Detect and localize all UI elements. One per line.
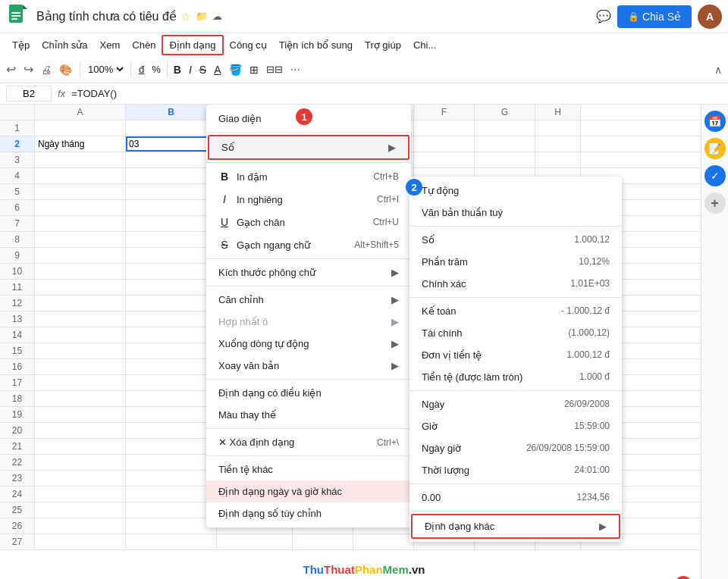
- folder-icon[interactable]: 📁: [196, 11, 208, 22]
- cell[interactable]: [35, 391, 126, 406]
- format-item-dieu-kien[interactable]: Định dạng có điều kiện: [206, 382, 411, 404]
- menu-item-tep[interactable]: Tệp: [6, 36, 36, 54]
- border-button[interactable]: ⊞: [246, 62, 262, 77]
- cell[interactable]: [126, 311, 217, 327]
- cell[interactable]: [535, 136, 581, 152]
- num-item-decimal[interactable]: 0.001234,56: [410, 487, 622, 509]
- cell[interactable]: [35, 168, 126, 183]
- col-header-B[interactable]: B: [126, 105, 217, 120]
- cell[interactable]: [126, 216, 217, 231]
- cell[interactable]: [35, 216, 126, 231]
- num-item-tu-dong[interactable]: Tự động: [410, 180, 622, 202]
- num-item-tien-te-lam-tron[interactable]: Tiền tệ (được làm tròn)1.000 đ: [410, 366, 622, 388]
- cell[interactable]: 03: [126, 136, 217, 152]
- format-item-tien-te-khac[interactable]: Tiền tệ khác: [206, 459, 411, 480]
- sidebar-calendar-icon[interactable]: 📅: [704, 111, 726, 132]
- cell[interactable]: [475, 136, 535, 152]
- num-item-dinh-dang-khac[interactable]: Định dạng khác▶: [411, 514, 620, 539]
- cell[interactable]: [535, 152, 581, 167]
- fill-color-button[interactable]: 🪣: [226, 62, 245, 77]
- format-item-so[interactable]: Số ▶: [208, 135, 410, 160]
- cell[interactable]: [35, 471, 126, 486]
- avatar[interactable]: A: [698, 5, 722, 29]
- undo-button[interactable]: ↩: [3, 61, 19, 78]
- cell[interactable]: [126, 168, 217, 183]
- cell[interactable]: [126, 296, 217, 311]
- cloud-icon[interactable]: ☁: [212, 11, 222, 22]
- cell[interactable]: [126, 184, 217, 199]
- format-item-so-tuy-chinh[interactable]: Định dạng số tùy chỉnh: [206, 502, 411, 524]
- num-item-ke-toan[interactable]: Kế toán- 1.000,12 đ: [410, 300, 622, 322]
- cell[interactable]: [126, 248, 217, 263]
- chat-button[interactable]: 💬: [596, 9, 611, 23]
- star-icon[interactable]: ☆: [181, 11, 191, 23]
- menu-item-chi[interactable]: Chi...: [407, 36, 442, 54]
- redo-button[interactable]: ↪: [20, 61, 36, 78]
- format-item-in-dam[interactable]: B In đậm Ctrl+B: [206, 165, 411, 188]
- num-item-phan-tram[interactable]: Phần trăm10,12%: [410, 251, 622, 273]
- num-item-thoi-luong[interactable]: Thời lượng24:01:00: [410, 459, 622, 481]
- menu-item-chen[interactable]: Chèn: [126, 36, 162, 54]
- col-header-A[interactable]: A: [35, 105, 126, 120]
- cell[interactable]: [353, 534, 414, 549]
- cell[interactable]: [126, 375, 217, 390]
- cell[interactable]: [35, 455, 126, 470]
- num-item-chinh-xac[interactable]: Chính xác1,01E+03: [410, 273, 622, 295]
- cell[interactable]: [126, 327, 217, 343]
- currency-button[interactable]: đ: [136, 62, 147, 77]
- cell[interactable]: [535, 120, 581, 136]
- sidebar-add-icon[interactable]: +: [704, 192, 726, 214]
- cell[interactable]: [35, 487, 126, 502]
- cell[interactable]: [35, 343, 126, 358]
- cell[interactable]: [35, 232, 126, 247]
- format-item-kich-thuoc[interactable]: Kích thước phông chữ ▶: [206, 261, 411, 283]
- cell[interactable]: [35, 359, 126, 374]
- format-item-gach-ngang[interactable]: S Gạch ngang chữ Alt+Shift+5: [206, 233, 411, 256]
- cell[interactable]: [126, 120, 217, 136]
- num-item-van-ban[interactable]: Văn bản thuần tuý: [410, 202, 622, 224]
- menu-item-xem[interactable]: Xem: [94, 36, 127, 54]
- num-item-so[interactable]: Số1.000,12: [410, 229, 622, 251]
- cell[interactable]: [35, 296, 126, 311]
- cell-reference[interactable]: B2: [6, 86, 52, 102]
- cell[interactable]: [35, 439, 126, 454]
- cell[interactable]: [35, 423, 126, 438]
- merge-button[interactable]: ⊟⊟: [263, 62, 286, 77]
- zoom-select[interactable]: 100%: [85, 63, 126, 76]
- cell[interactable]: [35, 120, 126, 136]
- cell[interactable]: [126, 455, 217, 470]
- col-header-H[interactable]: H: [535, 105, 581, 120]
- strikethrough-button[interactable]: S: [196, 62, 209, 77]
- cell[interactable]: [126, 423, 217, 438]
- cell[interactable]: [475, 120, 535, 136]
- cell[interactable]: [35, 280, 126, 295]
- cell[interactable]: [126, 200, 217, 215]
- cell[interactable]: [126, 487, 217, 502]
- cell[interactable]: [414, 120, 475, 136]
- cell[interactable]: [35, 184, 126, 199]
- format-item-xuong-dong[interactable]: Xuống dòng tự động ▶: [206, 333, 411, 355]
- cell[interactable]: Ngày tháng: [35, 136, 126, 152]
- num-item-ngay[interactable]: Ngày26/09/2008: [410, 393, 622, 415]
- cell[interactable]: [126, 232, 217, 247]
- format-item-mau-thay-the[interactable]: Màu thay thế: [206, 404, 411, 426]
- menu-item-tro-giup[interactable]: Trợ giúp: [359, 36, 407, 54]
- format-item-xoa[interactable]: ✕ Xóa định dạng Ctrl+\: [206, 431, 411, 453]
- percent-button[interactable]: %: [149, 62, 164, 77]
- format-item-can-chinh[interactable]: Căn chỉnh ▶: [206, 289, 411, 311]
- cell[interactable]: [126, 534, 217, 549]
- menu-item-cong-cu[interactable]: Công cụ: [224, 36, 273, 54]
- menu-item-dinh-dang[interactable]: Định dạng: [162, 35, 223, 55]
- bold-button[interactable]: B: [171, 62, 184, 77]
- cell[interactable]: [475, 152, 535, 167]
- italic-button[interactable]: I: [186, 62, 195, 77]
- cell[interactable]: [35, 534, 126, 549]
- menu-item-tien-ich[interactable]: Tiện ích bổ sung: [273, 36, 359, 54]
- menu-item-chinh-sua[interactable]: Chỉnh sửa: [36, 36, 93, 54]
- cell[interactable]: [293, 534, 353, 549]
- cell[interactable]: [35, 264, 126, 279]
- cell[interactable]: [126, 359, 217, 374]
- underline-a-button[interactable]: A: [211, 62, 224, 77]
- print-button[interactable]: 🖨: [38, 62, 55, 77]
- cell[interactable]: [414, 136, 475, 152]
